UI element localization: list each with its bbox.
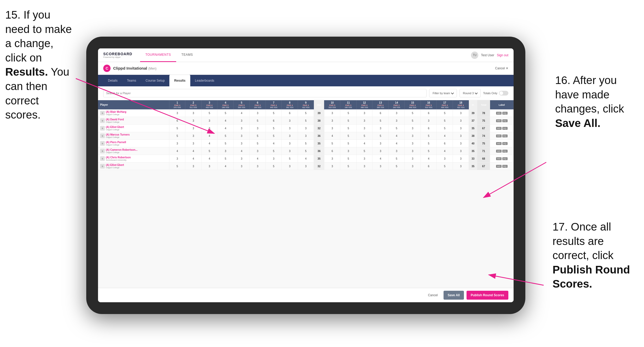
hole-9-score[interactable]: 5: [298, 109, 314, 117]
publish-round-scores-button[interactable]: Publish Round Scores: [467, 291, 508, 300]
hole-8-score[interactable]: 6: [282, 109, 298, 117]
hole-15-score[interactable]: 3: [405, 125, 421, 132]
hole-16-score[interactable]: 6: [421, 163, 436, 170]
hole-8-score[interactable]: 3: [282, 117, 298, 125]
hole-10-score[interactable]: 3: [324, 163, 340, 170]
hole-4-score[interactable]: 4: [217, 125, 233, 132]
hole-12-score[interactable]: 3: [356, 109, 372, 117]
hole-5-score[interactable]: 4: [233, 109, 249, 117]
hole-2-score[interactable]: 3: [185, 125, 201, 132]
hole-7-score[interactable]: 5: [266, 147, 281, 155]
hole-4-score[interactable]: 3: [217, 147, 233, 155]
hole-6-score[interactable]: 5: [250, 140, 266, 147]
hole-15-score[interactable]: 3: [405, 147, 421, 155]
filter-by-team-button[interactable]: Filter by team: [429, 89, 457, 97]
hole-7-score[interactable]: 4: [266, 140, 281, 147]
hole-16-score[interactable]: 3: [421, 117, 436, 125]
hole-7-score[interactable]: 5: [266, 163, 281, 170]
wd-button[interactable]: WD: [496, 112, 502, 115]
hole-18-score[interactable]: 3: [453, 109, 469, 117]
hole-11-score[interactable]: 5: [340, 155, 356, 163]
hole-18-score[interactable]: 3: [453, 132, 469, 140]
hole-5-score[interactable]: 3: [233, 125, 249, 132]
hole-14-score[interactable]: 5: [388, 155, 404, 163]
hole-18-score[interactable]: 3: [453, 163, 469, 170]
hole-14-score[interactable]: 3: [388, 117, 404, 125]
hole-8-score[interactable]: 5: [282, 155, 298, 163]
tab-course-setup[interactable]: Course Setup: [141, 75, 169, 86]
totals-toggle-switch[interactable]: [499, 91, 508, 96]
hole-1-score[interactable]: 6: [169, 117, 185, 125]
hole-17-score[interactable]: 6: [437, 140, 453, 147]
hole-4-score[interactable]: 5: [217, 132, 233, 140]
hole-18-score[interactable]: 3: [453, 125, 469, 132]
hole-17-score[interactable]: 5: [437, 109, 453, 117]
hole-17-score[interactable]: 5: [437, 117, 453, 125]
hole-9-score[interactable]: 5: [298, 140, 314, 147]
hole-12-score[interactable]: 5: [356, 132, 372, 140]
hole-18-score[interactable]: 3: [453, 147, 469, 155]
footer-cancel[interactable]: Cancel: [425, 292, 441, 299]
hole-8-score[interactable]: 3: [282, 140, 298, 147]
hole-13-score[interactable]: 6: [372, 109, 388, 117]
hole-11-score[interactable]: 5: [340, 132, 356, 140]
hole-14-score[interactable]: 4: [388, 132, 404, 140]
hole-5-score[interactable]: 3: [233, 132, 249, 140]
hole-9-score[interactable]: 4: [298, 155, 314, 163]
hole-4-score[interactable]: 5: [217, 140, 233, 147]
hole-1-score[interactable]: 3: [169, 109, 185, 117]
hole-13-score[interactable]: 3: [372, 125, 388, 132]
dq-button[interactable]: DQ: [502, 135, 508, 137]
hole-3-score[interactable]: 3: [201, 163, 217, 170]
dq-button[interactable]: DQ: [502, 157, 508, 160]
hole-8-score[interactable]: 3: [282, 125, 298, 132]
hole-8-score[interactable]: 3: [282, 147, 298, 155]
hole-1-score[interactable]: 5: [169, 163, 185, 170]
hole-6-score[interactable]: 3: [250, 109, 266, 117]
hole-18-score[interactable]: 3: [453, 140, 469, 147]
tab-teams[interactable]: Teams: [122, 75, 141, 86]
dq-button[interactable]: DQ: [502, 127, 508, 130]
hole-3-score[interactable]: 4: [201, 132, 217, 140]
hole-10-score[interactable]: 6: [324, 147, 340, 155]
hole-9-score[interactable]: 3: [298, 163, 314, 170]
hole-14-score[interactable]: 5: [388, 163, 404, 170]
hole-8-score[interactable]: 3: [282, 163, 298, 170]
hole-14-score[interactable]: 3: [388, 109, 404, 117]
wd-button[interactable]: WD: [496, 135, 502, 137]
hole-14-score[interactable]: 4: [388, 140, 404, 147]
hole-9-score[interactable]: 3: [298, 132, 314, 140]
hole-13-score[interactable]: 3: [372, 163, 388, 170]
hole-5-score[interactable]: 3: [233, 163, 249, 170]
hole-6-score[interactable]: 4: [250, 155, 266, 163]
hole-3-score[interactable]: 4: [201, 140, 217, 147]
dq-button[interactable]: DQ: [502, 165, 508, 168]
hole-14-score[interactable]: 5: [388, 125, 404, 132]
hole-6-score[interactable]: 3: [250, 125, 266, 132]
hole-10-score[interactable]: 3: [324, 117, 340, 125]
search-input[interactable]: [103, 89, 427, 97]
dq-button[interactable]: DQ: [502, 119, 508, 122]
hole-17-score[interactable]: 3: [437, 155, 453, 163]
hole-17-score[interactable]: 5: [437, 163, 453, 170]
hole-11-score[interactable]: 5: [340, 117, 356, 125]
hole-15-score[interactable]: 5: [405, 117, 421, 125]
hole-13-score[interactable]: 5: [372, 132, 388, 140]
hole-4-score[interactable]: 5: [217, 155, 233, 163]
hole-16-score[interactable]: 5: [421, 140, 436, 147]
tab-results[interactable]: Results: [169, 75, 190, 86]
hole-7-score[interactable]: 3: [266, 155, 281, 163]
hole-9-score[interactable]: 3: [298, 125, 314, 132]
nav-link-tournaments[interactable]: TOURNAMENTS: [140, 48, 176, 62]
tab-details[interactable]: Details: [103, 75, 122, 86]
hole-10-score[interactable]: 3: [324, 109, 340, 117]
hole-11-score[interactable]: 5: [340, 140, 356, 147]
round-select-button[interactable]: Round 3: [459, 89, 481, 97]
hole-13-score[interactable]: 3: [372, 147, 388, 155]
hole-2-score[interactable]: 3: [185, 117, 201, 125]
hole-16-score[interactable]: 6: [421, 125, 436, 132]
hole-15-score[interactable]: 3: [405, 140, 421, 147]
hole-2-score[interactable]: 4: [185, 147, 201, 155]
hole-6-score[interactable]: 3: [250, 147, 266, 155]
wd-button[interactable]: WD: [496, 127, 502, 130]
